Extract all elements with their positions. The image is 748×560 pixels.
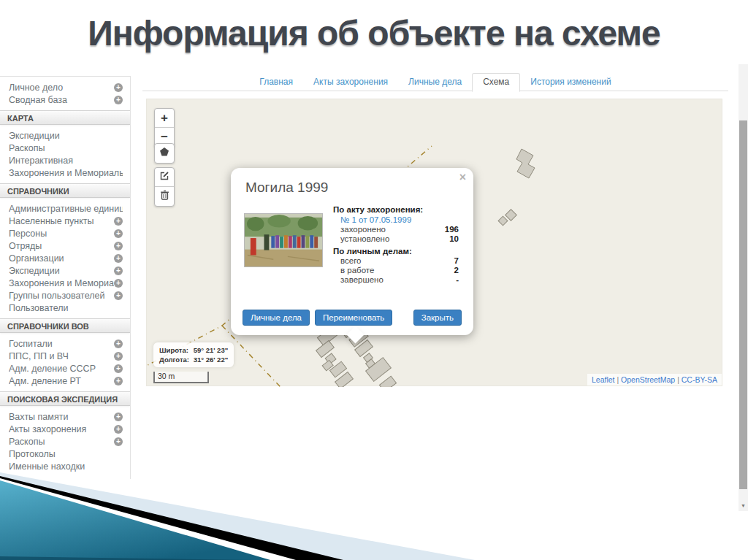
sidebar-item[interactable]: Именные находки <box>0 460 130 472</box>
draw-polygon-button[interactable] <box>154 143 175 164</box>
stat-value: 10 <box>449 234 460 243</box>
plus-icon[interactable]: + <box>114 96 123 104</box>
plus-icon[interactable]: + <box>114 364 123 373</box>
sidebar-item-label: Акты захоронения <box>9 424 114 434</box>
sidebar-item[interactable]: Интерактивная <box>0 154 130 166</box>
popup-stats: По акту захоронения:№ 1 от 07.05.1999зах… <box>333 202 460 285</box>
plus-icon[interactable]: + <box>114 425 123 434</box>
edit-layers-button[interactable] <box>155 168 174 187</box>
sidebar-item-label: Личное дело <box>9 83 114 93</box>
plus-icon[interactable]: + <box>114 254 123 263</box>
stat-row: в работе2 <box>340 266 460 275</box>
sidebar-item-label: Группы пользователей <box>9 291 114 301</box>
tab-История изменений[interactable]: История изменений <box>520 74 621 91</box>
close-button[interactable]: Закрыть <box>413 310 462 326</box>
sidebar-item[interactable]: Отряды+ <box>0 239 130 252</box>
scrollbar-thumb[interactable] <box>739 120 747 489</box>
sidebar-item[interactable]: Административные единицы <box>0 202 130 215</box>
stat-value: 2 <box>454 266 460 275</box>
sidebar-item[interactable]: Вахты памяти+ <box>0 410 130 423</box>
map-attribution: Leaflet | OpenStreetMap | CC-BY-SA <box>587 374 722 386</box>
tab-Акты захоронения[interactable]: Акты захоронения <box>303 74 398 91</box>
sidebar-item[interactable]: Акты захоронения+ <box>0 423 130 435</box>
tab-Главная[interactable]: Главная <box>249 74 303 91</box>
tab-bar: ГлавнаяАкты захороненияЛичные делаСхемаИ… <box>142 73 728 91</box>
popup-button-Личные дела[interactable]: Личные дела <box>243 310 310 326</box>
sidebar-item-label: Протоколы <box>9 449 123 459</box>
sidebar-item-label: Организации <box>9 253 114 264</box>
page-title: Информация об объекте на схеме <box>15 13 733 53</box>
sidebar-item[interactable]: Раскопы <box>0 142 130 154</box>
plus-icon[interactable]: + <box>114 340 123 348</box>
popup-section-title: По личным делам: <box>333 247 460 256</box>
plus-icon[interactable]: + <box>114 413 123 421</box>
popup-button-Переименовать[interactable]: Переименовать <box>315 310 392 326</box>
attribution-link[interactable]: CC-BY-SA <box>682 375 717 384</box>
sidebar-item-label: ППС, ПП и ВЧ <box>9 351 114 361</box>
plus-icon[interactable]: + <box>114 229 123 238</box>
sidebar-item-label: Госпитали <box>9 339 114 349</box>
sidebar-item-label: Населенные пункты <box>9 216 114 226</box>
sidebar-item[interactable]: Персоны+ <box>0 227 130 239</box>
plus-icon[interactable]: + <box>114 242 123 250</box>
burial-act-link[interactable]: № 1 от 07.05.1999 <box>340 215 460 224</box>
scrollbar-down-arrow[interactable]: ▼ <box>739 503 748 508</box>
plus-icon[interactable]: + <box>114 291 123 300</box>
sidebar-item[interactable]: Экспедиции+ <box>0 264 130 277</box>
sidebar-item[interactable]: ППС, ПП и ВЧ+ <box>0 350 130 362</box>
sidebar-item-label: Адм. деление СССР <box>9 364 114 374</box>
plus-icon[interactable]: + <box>114 352 123 361</box>
zoom-control: + − <box>154 108 175 147</box>
sidebar-item[interactable]: Группы пользователей+ <box>0 289 130 302</box>
sidebar-item[interactable]: Организации+ <box>0 252 130 264</box>
sidebar-item[interactable]: Госпитали+ <box>0 337 130 350</box>
presentation-slide: Информация об объекте на схеме Личное де… <box>0 0 748 560</box>
longitude-value: 31° 26' 22" <box>194 356 229 364</box>
sidebar-item[interactable]: Протоколы <box>0 448 130 460</box>
plus-icon[interactable]: + <box>114 266 123 275</box>
trash-icon <box>160 190 169 203</box>
sidebar-item-label: Отряды <box>9 241 114 251</box>
sidebar-item[interactable]: Сводная база+ <box>0 93 130 106</box>
stat-label: установлено <box>340 234 449 243</box>
popup-photo <box>244 213 323 267</box>
sidebar-item[interactable]: Адм. деление РТ+ <box>0 375 130 387</box>
map-popup: × Могила 1999 <box>231 168 473 335</box>
close-icon[interactable]: × <box>459 172 466 183</box>
tab-Схема[interactable]: Схема <box>472 73 520 92</box>
sidebar-item[interactable]: Захоронения и Мемориалы+ <box>0 277 130 289</box>
popup-title: Могила 1999 <box>245 180 473 196</box>
sidebar-group: Госпитали+ППС, ПП и ВЧ+Адм. деление СССР… <box>0 333 130 391</box>
sidebar-group: Вахты памяти+Акты захоронения+Раскопы+Пр… <box>0 406 130 477</box>
plus-icon[interactable]: + <box>114 83 123 92</box>
plus-icon[interactable]: + <box>114 279 123 288</box>
attribution-link[interactable]: OpenStreetMap <box>621 375 675 384</box>
sidebar-item-label: Раскопы <box>9 437 114 447</box>
sidebar-item[interactable]: Раскопы+ <box>0 435 130 448</box>
attribution-link[interactable]: Leaflet <box>592 375 615 384</box>
delete-layers-button[interactable] <box>155 187 174 206</box>
sidebar-item-label: Раскопы <box>9 143 123 153</box>
page-scrollbar[interactable]: ▼ <box>739 64 748 511</box>
zoom-in-button[interactable]: + <box>155 109 174 128</box>
sidebar-item[interactable]: Экспедиции <box>0 129 130 142</box>
map-area[interactable]: + − <box>146 99 722 386</box>
slide-decoration <box>0 465 497 560</box>
latitude-label: Широта: <box>159 345 191 355</box>
sidebar-item-label: Захоронения и Мемориалы <box>9 278 114 288</box>
polygon-icon <box>159 147 169 160</box>
latitude-value: 59° 21' 23" <box>194 346 229 354</box>
sidebar-item[interactable]: Захоронения и Мемориалы <box>0 166 130 179</box>
sidebar-section-header: ПОИСКОВАЯ ЭКСПЕДИЦИЯ <box>0 391 130 406</box>
plus-icon[interactable]: + <box>114 217 123 226</box>
stat-value: 7 <box>454 256 460 265</box>
sidebar-item-label: Экспедиции <box>9 131 123 141</box>
sidebar-item[interactable]: Населенные пункты+ <box>0 215 130 227</box>
tab-Личные дела[interactable]: Личные дела <box>398 74 472 91</box>
sidebar-item[interactable]: Пользователи <box>0 302 130 314</box>
sidebar: Личное дело+Сводная база+КАРТАЭкспедиции… <box>0 76 131 479</box>
sidebar-item[interactable]: Личное дело+ <box>0 81 130 93</box>
plus-icon[interactable]: + <box>114 437 123 446</box>
sidebar-item[interactable]: Адм. деление СССР+ <box>0 362 130 375</box>
plus-icon[interactable]: + <box>114 377 123 386</box>
